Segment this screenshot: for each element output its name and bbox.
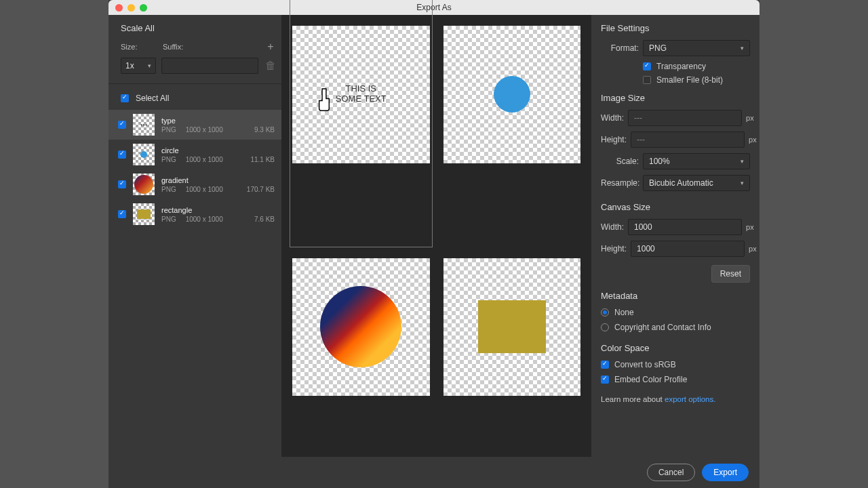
image-height-input[interactable] [631,131,745,148]
reset-button[interactable]: Reset [711,265,750,283]
smaller-file-checkbox[interactable] [643,76,651,84]
asset-size: 7.6 KB [245,216,275,223]
export-options-link[interactable]: export options. [665,395,715,403]
asset-row-rectangle[interactable]: rectangle PNG 1000 x 1000 7.6 KB [108,199,281,229]
export-button[interactable]: Export [702,464,749,481]
canvas-width-input[interactable] [628,219,742,235]
canvas-width-label: Width: [601,222,624,232]
circle-shape [494,76,530,113]
scale-all-title: Scale All [121,23,277,33]
scale-label: Scale: [601,157,639,166]
transparency-checkbox[interactable] [643,62,651,70]
canvas-height-input[interactable] [631,241,745,257]
asset-size: 9.3 KB [245,126,275,134]
asset-list: TXT type PNG 1000 x 1000 9.3 KB cir [108,110,281,229]
chevron-down-icon: ▾ [741,45,744,52]
preview-circle[interactable] [443,26,581,163]
asset-dim: 1000 x 1000 [186,216,235,223]
scale-value: 1x [125,61,134,70]
smaller-file-label: Smaller File (8-bit) [656,75,723,85]
chevron-down-icon: ▾ [148,62,151,69]
px-unit: px [749,245,757,253]
file-settings-title: File Settings [601,23,750,33]
chevron-down-icon: ▾ [741,180,744,186]
dialog-footer: Cancel Export [108,457,760,488]
scale-select[interactable]: 1x ▾ [121,58,156,74]
metadata-none-label: None [614,308,634,317]
canvas-size-title: Canvas Size [601,202,750,212]
asset-dim: 1000 x 1000 [186,156,235,163]
asset-name: circle [161,146,275,155]
left-panel: Scale All Size: Suffix: + 1x ▾ 🗑 Select … [108,15,281,488]
asset-format: PNG [161,126,176,134]
metadata-title: Metadata [601,291,750,301]
asset-size: 11.1 KB [245,156,275,163]
px-unit: px [749,136,757,144]
preview-text: THIS ISSOME TEXT [336,84,387,104]
right-panel: File Settings Format: PNG▾ Transparency … [591,15,760,488]
preview-rectangle[interactable] [443,258,581,396]
rectangle-shape [478,300,546,353]
embed-profile-label: Embed Color Profile [614,375,687,384]
asset-name: rectangle [161,206,275,214]
learn-more: Learn more about export options. [601,395,750,403]
preview-pane: THIS ISSOME TEXT [281,15,591,488]
preview-type[interactable]: THIS ISSOME TEXT [292,26,430,163]
asset-row-type[interactable]: TXT type PNG 1000 x 1000 9.3 KB [108,110,281,140]
asset-name: type [161,117,275,125]
size-label: Size: [121,43,153,51]
colorspace-title: Color Space [601,343,750,353]
asset-checkbox[interactable] [118,121,126,129]
transparency-label: Transparency [656,62,706,71]
asset-thumb: TXT [133,114,155,136]
suffix-input[interactable] [161,58,258,74]
suffix-label: Suffix: [163,43,254,51]
width-label: Width: [601,113,624,123]
canvas-height-label: Height: [601,244,627,253]
format-label: Format: [601,43,639,53]
cancel-button[interactable]: Cancel [647,464,695,481]
add-scale-icon[interactable]: + [264,40,277,54]
asset-checkbox[interactable] [118,210,126,218]
asset-dim: 1000 x 1000 [186,186,235,193]
asset-row-circle[interactable]: circle PNG 1000 x 1000 11.1 KB [108,140,281,169]
close-window-icon[interactable] [115,4,123,12]
scale-select-right[interactable]: 100%▾ [643,153,750,169]
window-title: Export As [416,3,451,12]
metadata-copyright-radio[interactable] [601,323,609,331]
asset-dim: 1000 x 1000 [186,126,235,134]
asset-checkbox[interactable] [118,180,126,188]
format-select[interactable]: PNG▾ [643,40,750,56]
minimize-window-icon[interactable] [127,4,135,12]
image-size-title: Image Size [601,93,750,103]
asset-format: PNG [161,186,176,193]
maximize-window-icon[interactable] [140,4,147,12]
asset-thumb [133,203,155,225]
chevron-down-icon: ▾ [741,158,744,165]
image-width-input[interactable] [628,110,742,126]
asset-name: gradient [161,176,275,184]
asset-thumb [133,174,155,195]
gradient-shape [320,286,401,367]
asset-size: 170.7 KB [245,186,275,193]
asset-row-gradient[interactable]: gradient PNG 1000 x 1000 170.7 KB [108,169,281,199]
srgb-checkbox[interactable] [601,361,609,369]
px-unit: px [746,223,754,231]
metadata-none-radio[interactable] [601,308,609,317]
metadata-copyright-label: Copyright and Contact Info [614,323,711,332]
resample-select[interactable]: Bicubic Automatic▾ [643,175,750,191]
embed-profile-checkbox[interactable] [601,375,609,384]
preview-gradient[interactable] [292,258,430,396]
titlebar: Export As [108,0,760,15]
select-all-checkbox[interactable] [121,94,129,102]
asset-thumb [133,144,155,165]
select-all-label: Select All [136,94,169,103]
asset-checkbox[interactable] [118,150,126,159]
px-unit: px [746,114,754,122]
asset-format: PNG [161,216,176,223]
delete-scale-icon[interactable]: 🗑 [264,59,277,73]
height-label: Height: [601,135,627,144]
export-as-dialog: Export As Scale All Size: Suffix: + 1x ▾… [108,0,760,488]
srgb-label: Convert to sRGB [614,360,676,369]
asset-format: PNG [161,156,176,163]
